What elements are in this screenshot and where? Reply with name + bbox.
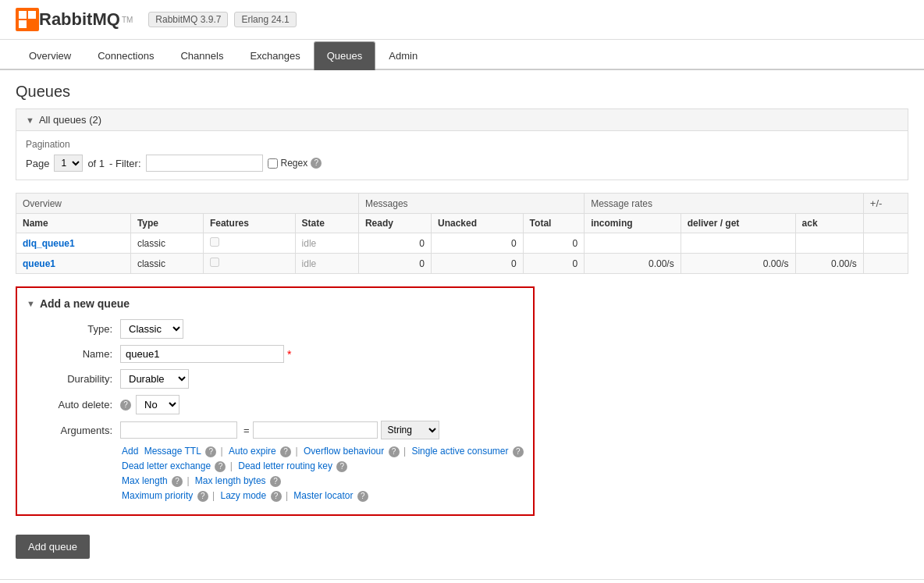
nav-queues[interactable]: Queues xyxy=(314,41,376,70)
cell-actions xyxy=(863,254,908,274)
col-total: Total xyxy=(523,214,585,233)
link-maximum-priority[interactable]: Maximum priority xyxy=(122,490,193,501)
cell-name[interactable]: dlq_queue1 xyxy=(16,233,131,254)
arguments-value-input[interactable] xyxy=(253,421,378,439)
durability-row: Durability: Durable Transient xyxy=(27,369,524,389)
cell-unacked: 0 xyxy=(431,233,523,254)
regex-label: Regex ? xyxy=(268,158,322,169)
quick-args: Add Message TTL ? | Auto expire ? | Over… xyxy=(120,446,524,502)
arguments-row: Arguments: = String Number Boolean xyxy=(27,421,524,439)
overflow-help[interactable]: ? xyxy=(389,446,400,457)
type-label: Type: xyxy=(27,323,112,335)
header: RabbitMQ TM RabbitMQ 3.9.7 Erlang 24.1 xyxy=(0,0,924,40)
col-empty xyxy=(863,214,908,233)
of-text: of 1 xyxy=(87,158,105,169)
page-title: Queues xyxy=(16,83,908,101)
footer: @51CTO博客 xyxy=(0,579,924,583)
svg-rect-2 xyxy=(28,11,36,19)
svg-rect-4 xyxy=(31,23,36,28)
col-add[interactable]: +/- xyxy=(863,194,908,214)
add-queue-section: ▼ Add a new queue Type: Classic Quorum N… xyxy=(16,286,535,516)
filter-input[interactable] xyxy=(146,155,263,172)
col-features: Features xyxy=(203,214,295,233)
link-dead-letter-exchange[interactable]: Dead letter exchange xyxy=(122,460,211,471)
link-master-locator[interactable]: Master locator xyxy=(293,490,353,501)
nav-overview[interactable]: Overview xyxy=(16,41,84,70)
auto-delete-label: Auto delete: xyxy=(27,399,112,411)
dead-letter-routing-key-help[interactable]: ? xyxy=(336,461,347,472)
type-control: Classic Quorum xyxy=(120,319,183,339)
arguments-key-input[interactable] xyxy=(120,421,237,439)
auto-delete-select[interactable]: No Yes xyxy=(136,395,179,414)
link-lazy-mode[interactable]: Lazy mode xyxy=(221,490,267,501)
col-group-messages: Messages xyxy=(358,194,584,214)
max-length-bytes-help[interactable]: ? xyxy=(270,476,281,487)
name-input[interactable] xyxy=(120,345,284,363)
col-incoming: incoming xyxy=(585,214,681,233)
cell-ack: 0.00/s xyxy=(795,254,863,274)
cell-incoming: 0.00/s xyxy=(585,254,681,274)
link-overflow-behaviour[interactable]: Overflow behaviour xyxy=(304,446,384,457)
add-queue-btn-container: Add queue xyxy=(16,528,908,559)
pagination-area: Pagination Page 1 of 1 - Filter: Regex ? xyxy=(16,131,908,180)
features-checkbox xyxy=(210,237,219,247)
cell-name[interactable]: queue1 xyxy=(16,254,131,274)
master-locator-help[interactable]: ? xyxy=(357,491,368,502)
arguments-type-select[interactable]: String Number Boolean xyxy=(381,421,439,439)
col-group-rates: Message rates xyxy=(585,194,864,214)
cell-deliver-get: 0.00/s xyxy=(681,254,795,274)
single-consumer-help[interactable]: ? xyxy=(513,446,524,457)
regex-checkbox[interactable] xyxy=(268,158,278,169)
durability-select[interactable]: Durable Transient xyxy=(120,369,189,389)
queue-table: Overview Messages Message rates +/- Name… xyxy=(16,193,908,274)
type-select[interactable]: Classic Quorum xyxy=(120,319,183,339)
cell-type: classic xyxy=(130,254,203,274)
arguments-label: Arguments: xyxy=(27,425,112,436)
auto-delete-control: No Yes xyxy=(136,395,179,414)
auto-expire-help[interactable]: ? xyxy=(280,446,291,457)
all-queues-header[interactable]: ▼ All queues (2) xyxy=(16,108,908,131)
regex-text: Regex xyxy=(281,158,308,169)
logo: RabbitMQ TM xyxy=(16,8,133,31)
message-ttl-help[interactable]: ? xyxy=(205,446,216,457)
lazy-mode-help[interactable]: ? xyxy=(271,491,282,502)
dead-letter-exchange-help[interactable]: ? xyxy=(215,461,226,472)
add-queue-toggle[interactable]: ▼ xyxy=(27,299,35,308)
page-select[interactable]: 1 xyxy=(54,155,83,172)
col-type: Type xyxy=(130,214,203,233)
col-ready: Ready xyxy=(358,214,431,233)
args-equals: = xyxy=(243,425,250,436)
link-message-ttl[interactable]: Message TTL xyxy=(144,446,201,457)
link-auto-expire[interactable]: Auto expire xyxy=(229,446,276,457)
nav-connections[interactable]: Connections xyxy=(84,41,167,70)
auto-delete-help-icon[interactable]: ? xyxy=(120,400,131,411)
cell-features xyxy=(203,254,295,274)
table-row: queue1 classic idle 0 0 0 0.00/s 0.00/s … xyxy=(16,254,908,274)
link-max-length[interactable]: Max length xyxy=(122,475,168,486)
regex-help-icon[interactable]: ? xyxy=(311,158,322,169)
add-queue-title: ▼ Add a new queue xyxy=(27,297,524,310)
max-priority-help[interactable]: ? xyxy=(197,491,208,502)
link-dead-letter-routing-key[interactable]: Dead letter routing key xyxy=(238,460,332,471)
nav-admin[interactable]: Admin xyxy=(375,41,431,70)
max-length-help[interactable]: ? xyxy=(172,476,183,487)
table-row: dlq_queue1 classic idle 0 0 0 xyxy=(16,233,908,254)
col-name: Name xyxy=(16,214,131,233)
name-control xyxy=(120,345,284,363)
link-add[interactable]: Add xyxy=(122,446,138,457)
cell-actions xyxy=(863,233,908,254)
page-text: Page xyxy=(26,158,49,169)
link-max-length-bytes[interactable]: Max length bytes xyxy=(195,475,266,486)
add-queue-button[interactable]: Add queue xyxy=(16,535,90,559)
cell-deliver-get xyxy=(681,233,795,254)
cell-type: classic xyxy=(130,233,203,254)
logo-tm: TM xyxy=(122,16,133,24)
link-single-active-consumer[interactable]: Single active consumer xyxy=(411,446,508,457)
col-state: State xyxy=(295,214,358,233)
features-checkbox xyxy=(210,258,219,267)
cell-total: 0 xyxy=(523,233,585,254)
nav-channels[interactable]: Channels xyxy=(167,41,236,70)
all-queues-label: All queues (2) xyxy=(39,114,101,126)
nav-exchanges[interactable]: Exchanges xyxy=(236,41,313,70)
erlang-badge: Erlang 24.1 xyxy=(234,12,296,27)
